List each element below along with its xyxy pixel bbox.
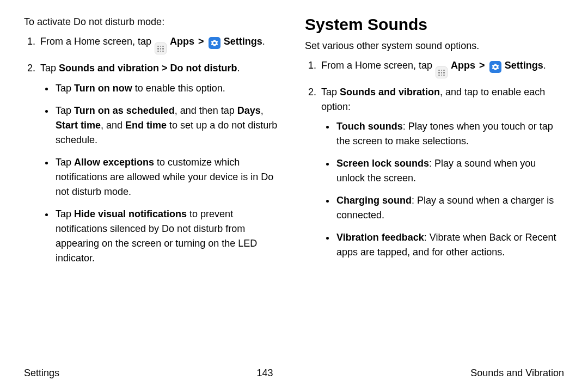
dnd-step-1: From a Home screen, tap Apps > Settings. xyxy=(38,34,283,54)
bullet-vibration-feedback: Vibration feedback: Vibrate when Back or… xyxy=(335,230,564,260)
ss-step-1: From a Home screen, tap Apps > Settings. xyxy=(319,58,564,78)
period: . xyxy=(543,60,546,71)
chevron-right-icon: > xyxy=(479,60,485,71)
period: . xyxy=(237,63,240,74)
settings-label: Settings xyxy=(224,36,262,47)
footer-left: Settings xyxy=(24,367,59,379)
page-footer: Settings 143 Sounds and Vibration xyxy=(24,367,564,379)
text: From a Home screen, tap xyxy=(321,60,435,71)
chevron-right-icon: > xyxy=(198,36,204,47)
bullet-scheduled: Tap Turn on as scheduled, and then tap D… xyxy=(54,103,283,148)
bullet-allow-exceptions: Tap Allow exceptions to customize which … xyxy=(54,155,283,199)
bullet-screen-lock: Screen lock sounds: Play a sound when yo… xyxy=(335,156,564,186)
step2-bold: Sounds and vibration xyxy=(340,87,440,97)
text: Tap xyxy=(40,63,59,74)
system-sounds-intro: Set various other system sound options. xyxy=(305,39,564,53)
dnd-intro: To activate Do not disturb mode: xyxy=(24,15,283,29)
text: Tap xyxy=(321,87,340,97)
dnd-step-2: Tap Sounds and vibration > Do not distur… xyxy=(38,61,283,265)
bullet-hide-visual: Tap Hide visual notifications to prevent… xyxy=(54,207,283,266)
apps-label: Apps xyxy=(451,60,475,71)
settings-icon xyxy=(209,37,220,49)
system-sounds-steps: From a Home screen, tap Apps > Settings.… xyxy=(305,58,564,259)
dnd-bullets: Tap Turn on now to enable this option. T… xyxy=(40,81,283,266)
system-sounds-heading: System Sounds xyxy=(305,15,564,34)
right-column: System Sounds Set various other system s… xyxy=(305,15,564,273)
apps-icon xyxy=(155,42,167,54)
footer-right: Sounds and Vibration xyxy=(470,367,564,379)
settings-icon xyxy=(489,61,501,73)
bullet-charging-sound: Charging sound: Play a sound when a char… xyxy=(335,193,564,223)
dnd-steps: From a Home screen, tap Apps > Settings.… xyxy=(24,34,283,265)
ss-bullets: Touch sounds: Play tones when you touch … xyxy=(321,119,564,260)
left-column: To activate Do not disturb mode: From a … xyxy=(24,15,283,273)
period: . xyxy=(262,36,265,47)
bullet-turn-on-now: Tap Turn on now to enable this option. xyxy=(54,81,283,96)
step2-bold: Sounds and vibration > Do not disturb xyxy=(59,63,237,74)
apps-icon xyxy=(436,66,448,78)
bullet-touch-sounds: Touch sounds: Play tones when you touch … xyxy=(335,119,564,149)
settings-label: Settings xyxy=(505,60,543,71)
footer-page-number: 143 xyxy=(257,367,273,379)
apps-label: Apps xyxy=(170,36,194,47)
ss-step-2: Tap Sounds and vibration, and tap to ena… xyxy=(319,85,564,259)
text: From a Home screen, tap xyxy=(40,36,154,47)
